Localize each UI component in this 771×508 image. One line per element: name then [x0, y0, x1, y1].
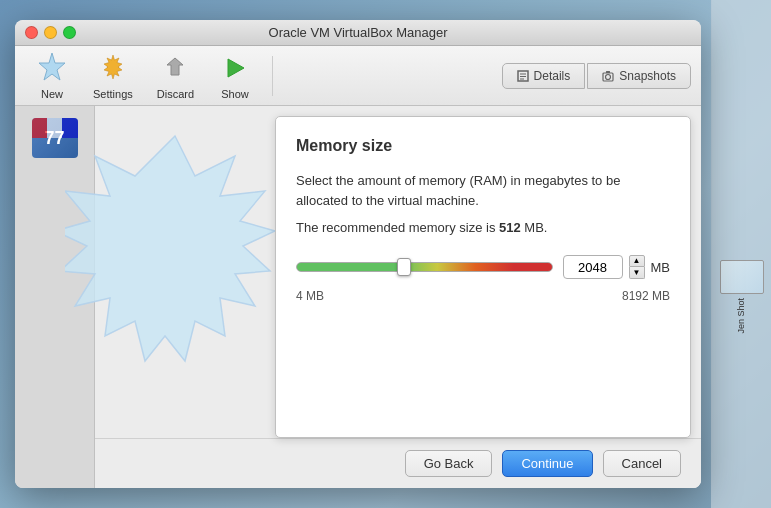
slider-max-label: 8192 MB: [622, 289, 670, 303]
show-icon: [218, 51, 252, 85]
vm-sidebar: 7: [15, 106, 95, 488]
snapshots-tab[interactable]: Snapshots: [587, 63, 691, 89]
spinner-down-button[interactable]: ▼: [629, 267, 645, 279]
discard-button[interactable]: Discard: [147, 47, 204, 104]
dialog-recommendation: The recommended memory size is 512 MB.: [296, 220, 670, 235]
spinner-up-button[interactable]: ▲: [629, 255, 645, 267]
details-tab[interactable]: Details: [502, 63, 586, 89]
settings-button[interactable]: Settings: [83, 47, 143, 104]
details-tab-label: Details: [534, 69, 571, 83]
rec-value: 512: [499, 220, 521, 235]
memory-unit-label: MB: [651, 260, 671, 275]
memory-value-input[interactable]: 2048: [563, 255, 623, 279]
continue-button[interactable]: Continue: [502, 450, 592, 477]
details-icon: [517, 70, 529, 82]
memory-input-group: 2048 ▲ ▼ MB: [563, 255, 671, 279]
maximize-button[interactable]: [63, 26, 76, 39]
slider-track-background: [296, 262, 553, 272]
dialog-panel: Memory size Select the amount of memory …: [275, 116, 691, 438]
new-button[interactable]: New: [25, 47, 79, 104]
content-area: 7 Memory size Select the amount of memor…: [15, 106, 701, 488]
main-window: Oracle VM VirtualBox Manager New Setting…: [15, 20, 701, 488]
snapshot-label: Jen Shot: [736, 298, 747, 334]
bottom-buttons: Go Back Continue Cancel: [95, 438, 701, 488]
discard-label: Discard: [157, 88, 194, 100]
title-bar: Oracle VM VirtualBox Manager: [15, 20, 701, 46]
minimize-button[interactable]: [44, 26, 57, 39]
new-label: New: [41, 88, 63, 100]
memory-slider-container: [296, 262, 553, 272]
dialog-description: Select the amount of memory (RAM) in meg…: [296, 171, 670, 210]
svg-rect-10: [606, 71, 610, 73]
go-back-button[interactable]: Go Back: [405, 450, 493, 477]
show-label: Show: [221, 88, 249, 100]
vm-icon: 7: [32, 118, 78, 158]
slider-min-label: 4 MB: [296, 289, 324, 303]
toolbar-tabs: Details Snapshots: [502, 63, 691, 89]
discard-icon: [158, 51, 192, 85]
snapshots-tab-label: Snapshots: [619, 69, 676, 83]
toolbar: New Settings Discard: [15, 46, 701, 106]
new-icon: [35, 51, 69, 85]
window-title: Oracle VM VirtualBox Manager: [269, 25, 448, 40]
memory-slider-track[interactable]: [296, 262, 553, 272]
right-sidebar: Jen Shot: [711, 0, 771, 508]
snapshot-container: Jen Shot: [720, 260, 764, 334]
close-button[interactable]: [25, 26, 38, 39]
vm-item-windows7[interactable]: 7: [19, 114, 90, 162]
svg-marker-0: [39, 53, 65, 80]
decorative-shape: [65, 126, 285, 446]
main-content: Memory size Select the amount of memory …: [95, 106, 701, 488]
snapshot-thumbnail[interactable]: [720, 260, 764, 294]
slider-labels: 4 MB 8192 MB: [296, 289, 670, 303]
svg-marker-3: [228, 59, 244, 77]
toolbar-separator: [272, 56, 273, 96]
traffic-lights: [25, 26, 76, 39]
slider-row: 2048 ▲ ▼ MB: [296, 255, 670, 279]
svg-point-9: [606, 74, 611, 79]
dialog-title: Memory size: [296, 137, 670, 155]
gear-icon: [96, 51, 130, 85]
camera-icon: [602, 70, 614, 82]
show-button[interactable]: Show: [208, 47, 262, 104]
settings-label: Settings: [93, 88, 133, 100]
svg-marker-2: [167, 58, 183, 75]
slider-thumb[interactable]: [397, 258, 411, 276]
cancel-button[interactable]: Cancel: [603, 450, 681, 477]
memory-spinner: ▲ ▼: [629, 255, 645, 279]
